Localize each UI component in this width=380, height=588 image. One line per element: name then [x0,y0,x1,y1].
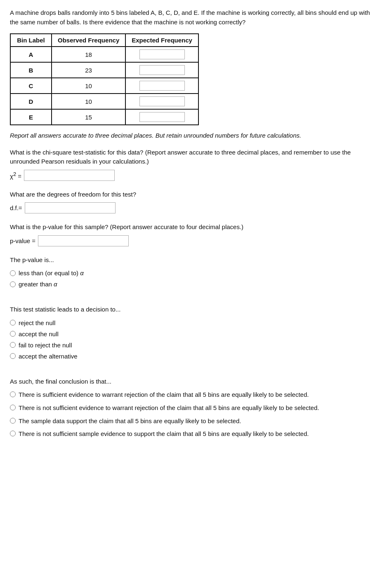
radio-fail_reject[interactable] [10,342,16,348]
label-pval_less[interactable]: less than (or equal to) α [19,269,84,277]
bin-label-cell: B [10,62,52,78]
pvalue-input[interactable] [38,235,129,246]
observed-cell: 10 [52,78,125,94]
bin-label-cell: A [10,47,52,62]
df-input[interactable] [25,202,116,213]
radio-reject_null[interactable] [10,320,16,326]
q6-block: As such, the final conclusion is that...… [10,377,370,439]
q2-text: What are the degrees of freedom for this… [10,190,370,199]
q4-title: The p-value is... [10,255,370,265]
conclusion-option-conc2[interactable]: There is not sufficient evidence to warr… [10,403,370,412]
radio-pval_greater[interactable] [10,281,16,287]
bin-label-cell: C [10,78,52,94]
radio-option-reject_null[interactable]: reject the null [10,319,370,327]
accuracy-note: Report all answers accurate to three dec… [10,131,370,141]
q6-radio-group: There is sufficient evidence to warrant … [10,390,370,438]
intro-text: A machine drops balls randomly into 5 bi… [10,8,370,27]
observed-cell: 23 [52,62,125,78]
radio-option-accept_null[interactable]: accept the null [10,330,370,338]
expected-input[interactable] [139,49,185,59]
conclusion-option-conc4[interactable]: There is not sufficient sample evidence … [10,429,370,438]
observed-cell: 15 [52,109,125,125]
label-conc3[interactable]: The sample data support the claim that a… [19,417,241,426]
bin-label-cell: E [10,109,52,125]
expected-cell[interactable] [125,62,198,78]
expected-input[interactable] [139,81,185,91]
q5-radio-group: reject the nullaccept the nullfail to re… [10,319,370,361]
table-row: A18 [10,47,198,62]
q3-text: What is the p-value for this sample? (Re… [10,223,370,232]
table-row: E15 [10,109,198,125]
radio-option-accept_alt[interactable]: accept the alternative [10,352,370,361]
df-label: d.f.= [10,204,22,211]
q1-text: What is the chi-square test-statistic fo… [10,148,370,166]
q4-radio-group: less than (or equal to) αgreater than α [10,269,370,288]
expected-cell[interactable] [125,47,198,62]
data-table: Bin Label Observed Frequency Expected Fr… [10,33,199,125]
col-header-expected: Expected Frequency [125,34,198,47]
label-fail_reject[interactable]: fail to reject the null [19,341,72,349]
radio-pval_less[interactable] [10,270,16,276]
col-header-bin: Bin Label [10,34,52,47]
q5-title: This test statistic leads to a decision … [10,305,370,314]
radio-conc2[interactable] [10,405,16,410]
q2-block: What are the degrees of freedom for this… [10,190,370,214]
expected-input[interactable] [139,65,185,75]
label-pval_greater[interactable]: greater than α [19,280,57,288]
radio-option-pval_less[interactable]: less than (or equal to) α [10,269,370,277]
expected-cell[interactable] [125,94,198,109]
pvalue-label: p-value = [10,237,35,244]
label-reject_null[interactable]: reject the null [19,319,55,327]
q1-block: What is the chi-square test-statistic fo… [10,148,370,181]
expected-cell[interactable] [125,78,198,94]
q6-title: As such, the final conclusion is that... [10,377,370,387]
label-conc1[interactable]: There is sufficient evidence to warrant … [19,390,309,399]
radio-conc4[interactable] [10,431,16,436]
label-conc4[interactable]: There is not sufficient sample evidence … [19,429,309,438]
conclusion-option-conc1[interactable]: There is sufficient evidence to warrant … [10,390,370,399]
radio-accept_alt[interactable] [10,353,16,359]
expected-input[interactable] [139,112,185,122]
expected-input[interactable] [139,96,185,106]
radio-conc3[interactable] [10,418,16,424]
label-conc2[interactable]: There is not sufficient evidence to warr… [19,403,319,412]
observed-cell: 10 [52,94,125,109]
q5-block: This test statistic leads to a decision … [10,305,370,361]
table-row: C10 [10,78,198,94]
observed-cell: 18 [52,47,125,62]
chi-square-input[interactable] [24,170,115,181]
q3-block: What is the p-value for this sample? (Re… [10,223,370,246]
radio-option-fail_reject[interactable]: fail to reject the null [10,341,370,349]
table-row: B23 [10,62,198,78]
table-row: D10 [10,94,198,109]
chi-square-label: χ2 = [10,171,21,180]
radio-accept_null[interactable] [10,331,16,337]
expected-cell[interactable] [125,109,198,125]
col-header-observed: Observed Frequency [52,34,125,47]
radio-conc1[interactable] [10,391,16,397]
label-accept_alt[interactable]: accept the alternative [19,352,78,361]
q4-block: The p-value is... less than (or equal to… [10,255,370,289]
conclusion-option-conc3[interactable]: The sample data support the claim that a… [10,417,370,426]
label-accept_null[interactable]: accept the null [19,330,59,338]
bin-label-cell: D [10,94,52,109]
radio-option-pval_greater[interactable]: greater than α [10,280,370,288]
